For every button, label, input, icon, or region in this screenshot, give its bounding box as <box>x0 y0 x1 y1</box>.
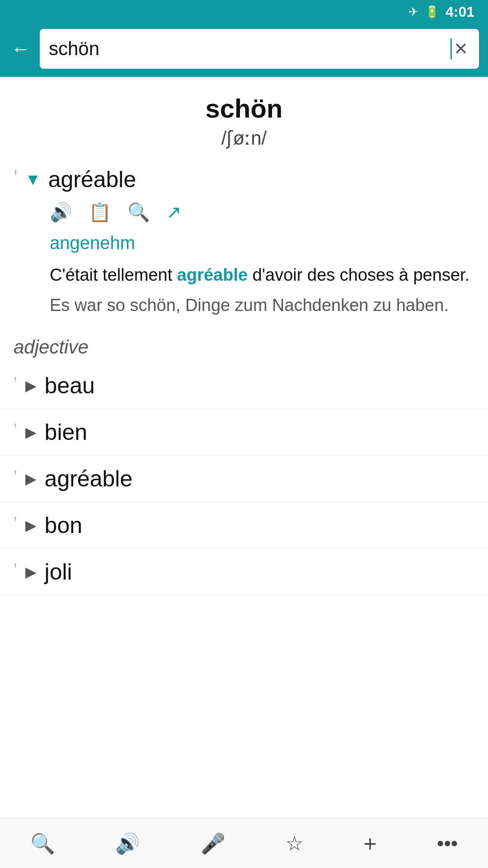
word-header: schön /ʃøːn/ <box>0 77 488 158</box>
list-item-word: joli <box>45 559 72 585</box>
battery-icon: 🔋 <box>425 5 439 19</box>
quote-mark: ' <box>14 467 17 486</box>
chevron-right-icon: ▶ <box>25 517 37 534</box>
back-button[interactable]: ← <box>9 39 33 59</box>
word-phonetic: /ʃøːn/ <box>18 127 470 149</box>
chevron-right-icon: ▶ <box>25 424 37 441</box>
expand-icon[interactable]: ▼ <box>25 170 41 189</box>
nav-favorites[interactable]: ☆ <box>286 832 303 855</box>
nav-search[interactable]: 🔍 <box>30 832 55 855</box>
quote-mark: ' <box>14 560 17 579</box>
quote-mark: ' <box>14 374 17 393</box>
search-box: schön ✕ <box>40 29 479 69</box>
chevron-right-icon: ▶ <box>25 563 37 580</box>
list-item[interactable]: ' ▶ joli <box>0 549 488 595</box>
example-fr: C'était tellement agréable d'avoir des c… <box>14 256 474 291</box>
main-entry: ' ▼ agréable 🔊 📋 🔍 ↗ angenehm C'était te… <box>0 158 488 327</box>
synonym[interactable]: angenehm <box>14 229 474 256</box>
list-item-word: bien <box>45 419 88 445</box>
main-translation-word: agréable <box>48 166 136 193</box>
pos-label: adjective <box>0 327 488 363</box>
list-item[interactable]: ' ▶ beau <box>0 363 488 409</box>
nav-search-icon: 🔍 <box>30 832 55 855</box>
share-icon[interactable]: ↗ <box>166 202 182 223</box>
status-time: 4:01 <box>446 4 474 20</box>
list-item-word: agréable <box>45 466 133 492</box>
nav-favorites-icon: ☆ <box>286 832 303 855</box>
chevron-right-icon: ▶ <box>25 377 37 394</box>
search-icon[interactable]: 🔍 <box>127 202 150 223</box>
clear-button[interactable]: ✕ <box>452 37 470 61</box>
example-fr-part1: C'était tellement <box>50 265 177 284</box>
airplane-icon: ✈ <box>408 5 418 19</box>
action-icons: 🔊 📋 🔍 ↗ <box>14 197 474 229</box>
list-item-word: beau <box>45 373 95 399</box>
word-title: schön <box>18 93 470 123</box>
nav-more[interactable]: ••• <box>437 832 458 855</box>
translation-list: ' ▶ beau ' ▶ bien ' ▶ agréable ' ▶ bon '… <box>0 363 488 595</box>
nav-audio-icon: 🔊 <box>115 832 140 855</box>
translation-main: ' ▼ agréable <box>14 158 474 197</box>
nav-add[interactable]: + <box>363 830 376 857</box>
main-content: schön /ʃøːn/ ' ▼ agréable 🔊 📋 🔍 ↗ angene… <box>0 77 488 650</box>
list-item[interactable]: ' ▶ agréable <box>0 456 488 502</box>
header: ← schön ✕ <box>0 24 488 77</box>
list-item[interactable]: ' ▶ bien <box>0 409 488 456</box>
quote-mark: ' <box>14 420 17 439</box>
copy-icon[interactable]: 📋 <box>89 202 111 223</box>
status-bar: ✈ 🔋 4:01 <box>0 0 488 24</box>
bottom-nav: 🔍 🔊 🎤 ☆ + ••• <box>0 818 488 868</box>
example-de: Es war so schön, Dinge zum Nachdenken zu… <box>14 291 474 327</box>
nav-more-icon: ••• <box>437 832 458 855</box>
nav-audio[interactable]: 🔊 <box>115 832 140 855</box>
search-input[interactable]: schön <box>49 38 450 60</box>
audio-icon[interactable]: 🔊 <box>50 202 72 223</box>
chevron-right-icon: ▶ <box>25 470 37 487</box>
nav-mic-icon: 🎤 <box>201 832 225 855</box>
quote-mark: ' <box>14 166 18 189</box>
quote-mark: ' <box>14 514 17 533</box>
nav-add-icon: + <box>363 830 376 857</box>
example-fr-highlight: agréable <box>177 265 248 284</box>
nav-mic[interactable]: 🎤 <box>201 832 225 855</box>
list-item[interactable]: ' ▶ bon <box>0 502 488 549</box>
list-item-word: bon <box>45 512 82 538</box>
example-fr-part2: d'avoir des choses à penser. <box>248 265 469 284</box>
